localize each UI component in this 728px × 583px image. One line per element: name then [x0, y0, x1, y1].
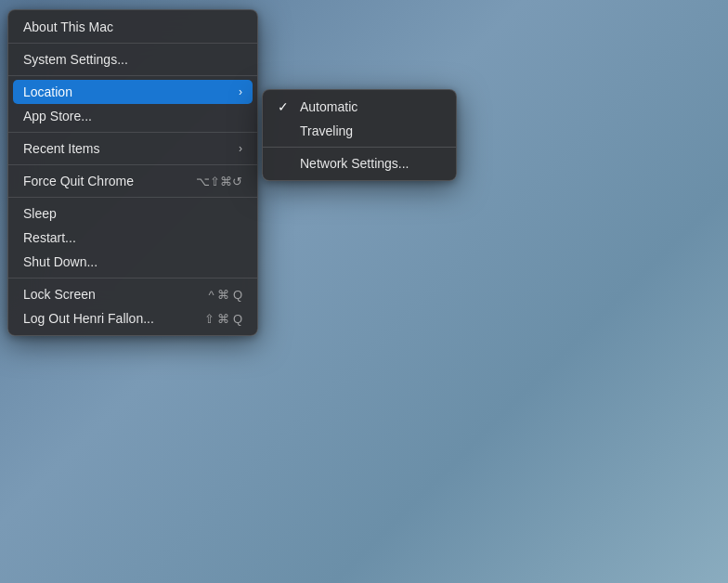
separator-3 [8, 132, 257, 133]
submenu-separator-1 [263, 147, 456, 148]
submenu-item-traveling[interactable]: Traveling [263, 119, 456, 143]
submenu-item-network-settings[interactable]: Network Settings... [263, 151, 456, 175]
automatic-label: Automatic [300, 99, 358, 114]
menu-item-sleep[interactable]: Sleep [8, 201, 257, 226]
about-label: About This Mac [23, 19, 113, 34]
menu-item-system-settings[interactable]: System Settings... [8, 47, 257, 71]
recent-items-chevron-icon: › [239, 142, 242, 155]
menu-item-recent-items[interactable]: Recent Items › [8, 136, 257, 161]
lock-screen-label: Lock Screen [23, 287, 96, 302]
menu-item-force-quit[interactable]: Force Quit Chrome ⌥⇧⌘↺ [8, 169, 257, 193]
main-menu: About This Mac System Settings... Locati… [7, 9, 258, 336]
menu-item-lock-screen[interactable]: Lock Screen ^ ⌘ Q [8, 282, 257, 306]
menu-item-restart[interactable]: Restart... [8, 226, 257, 250]
system-settings-label: System Settings... [23, 52, 128, 67]
automatic-check-icon: ✓ [278, 99, 292, 114]
menu-item-about[interactable]: About This Mac [8, 15, 257, 39]
menu-item-location[interactable]: Location › [13, 80, 253, 104]
network-settings-label: Network Settings... [300, 156, 410, 171]
recent-items-label: Recent Items [23, 141, 99, 156]
force-quit-shortcut: ⌥⇧⌘↺ [196, 175, 242, 188]
separator-1 [8, 43, 257, 44]
separator-4 [8, 164, 257, 165]
separator-2 [8, 75, 257, 76]
restart-label: Restart... [23, 230, 76, 245]
location-chevron-icon: › [239, 85, 242, 98]
app-store-label: App Store... [23, 109, 92, 123]
location-submenu: ✓ Automatic Traveling Network Settings..… [262, 89, 457, 181]
menu-item-shut-down[interactable]: Shut Down... [8, 250, 257, 274]
force-quit-label: Force Quit Chrome [23, 174, 134, 188]
menu-item-log-out[interactable]: Log Out Henri Fallon... ⇧ ⌘ Q [8, 306, 257, 330]
separator-5 [8, 197, 257, 198]
menu-item-app-store[interactable]: App Store... [8, 104, 257, 128]
traveling-label: Traveling [300, 123, 353, 138]
shut-down-label: Shut Down... [23, 254, 98, 269]
separator-6 [8, 278, 257, 279]
sleep-label: Sleep [23, 206, 57, 221]
submenu-item-automatic[interactable]: ✓ Automatic [263, 95, 456, 119]
log-out-label: Log Out Henri Fallon... [23, 311, 154, 326]
lock-screen-shortcut: ^ ⌘ Q [209, 288, 242, 302]
log-out-shortcut: ⇧ ⌘ Q [204, 312, 242, 326]
location-label: Location [23, 84, 72, 99]
